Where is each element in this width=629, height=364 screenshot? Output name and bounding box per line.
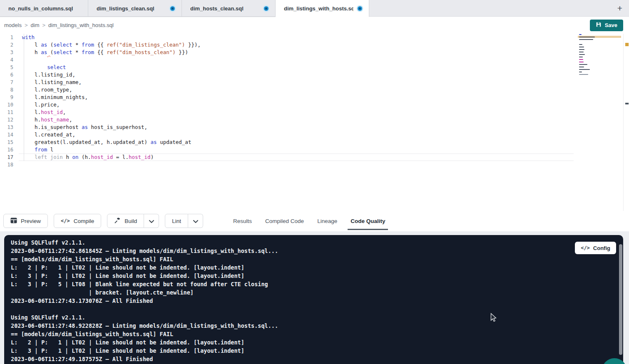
lint-dropdown-button[interactable] xyxy=(188,214,203,228)
line-number: 4 xyxy=(0,56,19,64)
tab-code-quality[interactable]: Code Quality xyxy=(344,211,392,231)
file-header: models > dim > dim_listings_with_hosts.s… xyxy=(0,17,629,34)
tab-label: Lineage xyxy=(317,218,337,224)
line-number: 12 xyxy=(0,116,19,124)
lint-label: Lint xyxy=(172,218,181,224)
code-line[interactable]: 8 l.room_type, xyxy=(0,86,629,94)
code-line[interactable]: 1with xyxy=(0,34,629,41)
terminal-line: L: 2 | P: 1 | LT02 | Line should not be … xyxy=(11,263,623,272)
chevron-down-icon xyxy=(149,218,154,224)
line-number: 3 xyxy=(0,49,19,56)
line-number: 6 xyxy=(0,71,19,79)
preview-button[interactable]: Preview xyxy=(3,214,48,228)
code-line[interactable]: 5 select xyxy=(0,64,629,71)
line-number: 13 xyxy=(0,124,19,131)
terminal-line: Using SQLFluff v2.1.1. xyxy=(11,313,623,322)
code-text: greatest(l.updated_at, h.updated_at) as … xyxy=(19,139,574,146)
tab-label: no_nulls_in_columns.sql xyxy=(8,5,81,12)
code-line[interactable]: 10 l.price, xyxy=(0,101,629,109)
code-line[interactable]: 3 h as (select * from {{ ref("dim_hosts_… xyxy=(0,49,629,56)
compile-button[interactable]: </> Compile xyxy=(54,214,101,228)
unsaved-changes-icon xyxy=(358,6,362,11)
breadcrumb-models[interactable]: models xyxy=(4,22,22,28)
editor-toolbar: Preview </> Compile Build Lint xyxy=(0,211,629,231)
line-number: 5 xyxy=(0,64,19,71)
terminal-line: L: 2 | P: 1 | LT02 | Line should not be … xyxy=(11,338,623,347)
indent-guide xyxy=(24,34,24,161)
code-text: h.host_name, xyxy=(19,116,574,124)
line-number: 18 xyxy=(0,161,19,168)
minimap-bars xyxy=(579,34,595,75)
code-line[interactable]: 14 l.created_at, xyxy=(0,131,629,139)
terminal-line: 2023-06-06T11:27:42.861845Z — Linting mo… xyxy=(11,247,623,255)
code-text: l.listing_name, xyxy=(19,79,574,86)
build-label: Build xyxy=(124,218,137,224)
bottom-panel: Using SQLFluff v2.1.1.2023-06-06T11:27:4… xyxy=(0,231,629,364)
chevron-right-icon: > xyxy=(25,22,28,28)
overview-ruler-cursor-marker xyxy=(625,103,629,104)
save-floppy-icon xyxy=(596,22,602,29)
code-text: l.listing_id, xyxy=(19,71,574,79)
breadcrumb-dim[interactable]: dim xyxy=(31,22,40,28)
new-tab-button[interactable]: + xyxy=(611,0,629,17)
tab-dim-listings-with-hosts[interactable]: dim_listings_with_hosts.sql xyxy=(276,0,369,17)
code-text: l.price, xyxy=(19,101,574,109)
terminal-line: L: 3 | P: 1 | LT02 | Line should not be … xyxy=(11,347,623,355)
plus-icon: + xyxy=(617,3,622,13)
code-line[interactable]: 18 xyxy=(0,161,629,168)
overview-ruler-warning-marker xyxy=(625,43,629,46)
code-line[interactable]: 16 from l xyxy=(0,146,629,154)
terminal-line: Using SQLFluff v2.1.1. xyxy=(11,238,623,247)
build-button[interactable]: Build xyxy=(107,214,144,228)
code-line[interactable]: 11 l.host_id, xyxy=(0,109,629,116)
tab-label: dim_listings_with_hosts.sql xyxy=(284,5,353,12)
terminal-line xyxy=(11,305,623,313)
breadcrumb-file[interactable]: dim_listings_with_hosts.sql xyxy=(48,22,114,28)
tab-no-nulls-in-columns[interactable]: no_nulls_in_columns.sql xyxy=(0,0,88,17)
lint-terminal: Using SQLFluff v2.1.1.2023-06-06T11:27:4… xyxy=(4,235,623,364)
code-line[interactable]: 15 greatest(l.updated_at, h.updated_at) … xyxy=(0,139,629,146)
code-text: l.host_id, xyxy=(19,109,574,116)
code-line[interactable]: 13 h.is_superhost as host_is_superhost, xyxy=(0,124,629,131)
save-button[interactable]: Save xyxy=(590,20,623,31)
terminal-line: == [models/dim/dim_listings_with_hosts.s… xyxy=(11,255,623,263)
code-text: left join h on (h.host_id = l.host_id) xyxy=(19,154,574,161)
lint-split-button: Lint xyxy=(165,214,203,228)
code-editor[interactable]: 1with2 l as (select * from {{ ref("dim_l… xyxy=(0,34,629,211)
code-line[interactable]: 6 l.listing_id, xyxy=(0,71,629,79)
tab-results[interactable]: Results xyxy=(226,211,259,231)
code-line[interactable]: 12 h.host_name, xyxy=(0,116,629,124)
terminal-output: Using SQLFluff v2.1.1.2023-06-06T11:27:4… xyxy=(4,235,623,363)
lint-button[interactable]: Lint xyxy=(165,214,188,228)
code-brackets-icon: </> xyxy=(581,245,590,251)
code-line[interactable]: 7 l.listing_name, xyxy=(0,79,629,86)
build-dropdown-button[interactable] xyxy=(144,214,159,228)
tab-label: dim_listings_clean.sql xyxy=(97,5,166,12)
code-line[interactable]: 2 l as (select * from {{ ref("dim_listin… xyxy=(0,41,629,49)
tab-dim-listings-clean[interactable]: dim_listings_clean.sql xyxy=(88,0,182,17)
chevron-right-icon: > xyxy=(42,22,45,28)
code-line[interactable]: 17 left join h on (h.host_id = l.host_id… xyxy=(0,154,629,161)
line-number: 8 xyxy=(0,86,19,94)
terminal-line: L: 3 | P: 5 | LT08 | Blank line expected… xyxy=(11,280,623,288)
unsaved-changes-icon xyxy=(170,6,175,11)
tab-dim-hosts-clean[interactable]: dim_hosts_clean.sql xyxy=(182,0,276,17)
results-tab-bar: Results Compiled Code Lineage Code Quali… xyxy=(226,211,392,231)
compile-label: Compile xyxy=(74,218,94,224)
unsaved-changes-icon xyxy=(264,6,269,11)
code-line[interactable]: 9 l.minimum_nights, xyxy=(0,94,629,101)
preview-label: Preview xyxy=(21,218,41,224)
config-button[interactable]: </> Config xyxy=(575,242,616,254)
config-label: Config xyxy=(593,245,610,251)
line-number: 9 xyxy=(0,94,19,101)
minimap[interactable] xyxy=(578,34,623,113)
editor-right-divider xyxy=(623,34,624,211)
code-line[interactable]: 4 xyxy=(0,56,629,64)
tab-bar: no_nulls_in_columns.sql dim_listings_cle… xyxy=(0,0,629,17)
code-text: from l xyxy=(19,146,574,154)
save-label: Save xyxy=(605,22,617,28)
tab-lineage[interactable]: Lineage xyxy=(311,211,344,231)
tab-compiled-code[interactable]: Compiled Code xyxy=(259,211,311,231)
terminal-scrollbar[interactable] xyxy=(619,244,622,355)
code-text xyxy=(19,56,574,64)
